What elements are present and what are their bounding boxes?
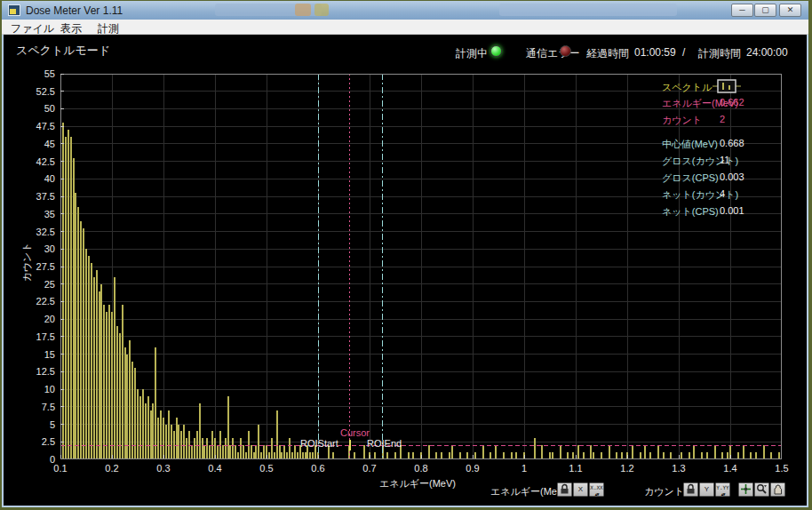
y-autoscale-button[interactable]: Y xyxy=(699,482,714,497)
x-tick-label: 1.5 xyxy=(764,463,800,474)
readout-value: 0.001 xyxy=(720,205,744,216)
y-tick-label: 37.5 xyxy=(2,191,55,202)
y-tick-label: 20 xyxy=(2,314,55,324)
readout-value: 11 xyxy=(720,155,729,165)
glass-blur-decor xyxy=(499,4,677,16)
cursor-readout-panel: エネルギー(MeV)0.662カウント2中心値(MeV)0.668グロス(カウン… xyxy=(662,94,804,219)
y-axis-title: カウント xyxy=(20,247,34,283)
measuring-label: 計測中 xyxy=(456,46,488,61)
readout-label: 中心値(MeV) xyxy=(662,138,718,151)
comm-error-label: 通信エラー xyxy=(526,46,580,61)
x-autoscale-button[interactable]: X xyxy=(573,482,588,497)
readout-row: グロス(CPS)0.003 xyxy=(662,169,804,186)
pan-tool-button[interactable] xyxy=(770,482,785,497)
title-bar[interactable]: Dose Meter Ver 1.11 ─ ▢ ✕ xyxy=(2,1,808,20)
y-format-button[interactable]: Y.YY▲▼ xyxy=(715,482,730,497)
y-tick-label: 47.5 xyxy=(2,121,55,131)
page-title: スペクトルモード xyxy=(16,43,110,59)
y-tick-label: 10 xyxy=(2,384,55,394)
readout-label: カウント xyxy=(662,114,702,127)
elapsed-time-label: 経過時間 xyxy=(586,46,629,61)
x-palette-label: エネルギー(MeV) xyxy=(490,485,567,498)
readout-label: ネット(CPS) xyxy=(662,205,719,219)
menu-file[interactable]: ファイル xyxy=(7,20,58,37)
readout-value: 0.668 xyxy=(720,138,744,148)
comm-error-led xyxy=(560,45,571,57)
readout-row: カウント2 xyxy=(662,111,804,128)
y-tick-label: 22.5 xyxy=(2,296,55,307)
x-tick-label: 0.2 xyxy=(94,463,130,474)
readout-gap xyxy=(662,128,804,135)
close-button[interactable]: ✕ xyxy=(779,4,801,17)
measuring-status-led xyxy=(490,45,502,57)
elapsed-time-value: 01:00:59 xyxy=(634,46,676,59)
roi-start-label[interactable]: ROIStart xyxy=(300,438,338,449)
readout-row: ネット(CPS)0.001 xyxy=(662,203,804,219)
roi-end-label[interactable]: ROIEnd xyxy=(367,438,402,449)
window-title: Dose Meter Ver 1.11 xyxy=(26,4,123,17)
menu-measure[interactable]: 計測 xyxy=(94,20,123,37)
y-tick-label: 32.5 xyxy=(2,227,55,237)
y-scale-lock-button[interactable] xyxy=(683,482,698,497)
readout-value: 0.003 xyxy=(720,171,744,182)
readout-label: ネット(カウント) xyxy=(662,188,738,202)
x-tick-label: 1.1 xyxy=(558,463,593,474)
y-tick-label: 17.5 xyxy=(2,331,55,342)
x-tick-label: 0.9 xyxy=(455,463,490,474)
total-time-value: 24:00:00 xyxy=(746,46,788,59)
x-tick-label: 1 xyxy=(506,463,542,474)
y-tick-label: 52.5 xyxy=(2,86,55,97)
x-format-button[interactable]: X.XX▲▼ xyxy=(589,482,604,497)
x-axis-title: エネルギー(MeV) xyxy=(355,477,480,490)
app-icon xyxy=(8,4,20,16)
x-tick-label: 1.3 xyxy=(661,463,697,474)
x-tick-label: 0.5 xyxy=(249,463,284,474)
y-tick-label: 15 xyxy=(2,349,55,360)
x-tick-label: 0.6 xyxy=(300,463,336,474)
y-palette-label: カウント xyxy=(644,485,684,498)
x-tick-label: 1.4 xyxy=(712,463,748,474)
zoom-tool-button[interactable] xyxy=(754,482,769,497)
x-tick-label: 0.8 xyxy=(403,463,439,474)
readout-label: グロス(CPS) xyxy=(662,171,719,185)
readout-value: 2 xyxy=(720,114,725,124)
menu-view[interactable]: 表示 xyxy=(57,20,85,37)
total-time-label: 計測時間 xyxy=(698,46,741,61)
x-tick-label: 0.1 xyxy=(43,463,78,474)
x-tick-label: 0.4 xyxy=(197,463,233,474)
x-tick-label: 1.2 xyxy=(609,463,645,474)
y-tick-label: 45 xyxy=(2,139,55,149)
cursor-tool-button[interactable] xyxy=(738,482,753,497)
readout-row: 中心値(MeV)0.668 xyxy=(662,135,804,152)
y-tick-label: 5 xyxy=(2,419,55,430)
application-window: Dose Meter Ver 1.11 ─ ▢ ✕ ファイル 表示 計測 スペク… xyxy=(0,0,812,510)
readout-value: 0.662 xyxy=(720,97,744,108)
y-tick-label: 2.5 xyxy=(2,436,55,447)
y-tick-label: 42.5 xyxy=(2,156,55,167)
glass-blur-decor xyxy=(314,4,329,16)
y-tick-label: 50 xyxy=(2,103,55,114)
x-scale-lock-button[interactable] xyxy=(557,482,572,497)
x-tick-label: 0.3 xyxy=(146,463,181,474)
readout-value: 4 xyxy=(720,188,725,199)
minimize-button[interactable]: ─ xyxy=(731,4,753,17)
plot-legend-icon[interactable] xyxy=(712,78,741,94)
time-separator: / xyxy=(682,46,685,59)
x-tick-label: 0.7 xyxy=(352,463,387,474)
y-tick-label: 12.5 xyxy=(2,366,55,377)
y-tick-label: 7.5 xyxy=(2,402,55,412)
readout-row: ネット(カウント)4 xyxy=(662,186,804,203)
glass-blur-decor xyxy=(295,4,311,16)
readout-row: グロス(カウント)11 xyxy=(662,152,804,169)
cursor-label[interactable]: Cursor xyxy=(340,427,370,438)
y-tick-label: 35 xyxy=(2,209,55,219)
plot-legend-label: スペクトル xyxy=(662,81,712,94)
menu-bar: ファイル 表示 計測 xyxy=(2,20,808,35)
readout-row: エネルギー(MeV)0.662 xyxy=(662,94,804,111)
y-tick-label: 55 xyxy=(2,68,55,79)
maximize-button[interactable]: ▢ xyxy=(754,4,776,17)
y-tick-label: 40 xyxy=(2,173,55,184)
